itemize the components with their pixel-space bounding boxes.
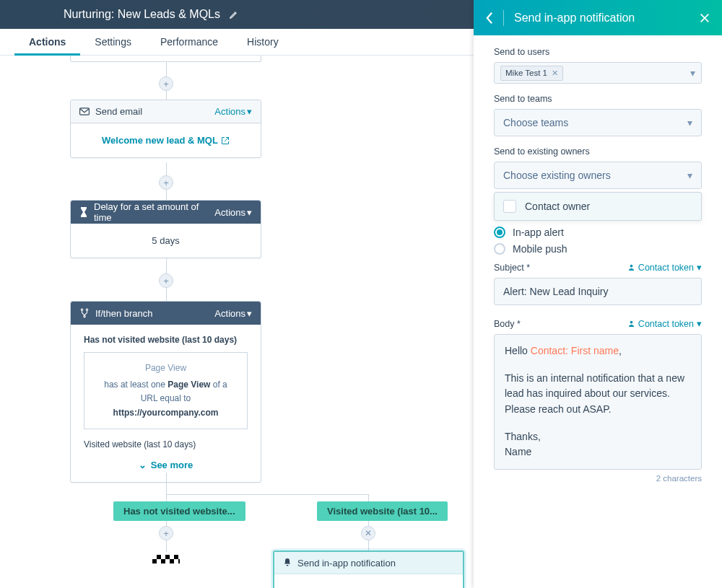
back-icon[interactable] xyxy=(485,12,493,25)
svg-point-1 xyxy=(81,309,82,310)
label-subject: Subject * xyxy=(494,263,530,273)
chevron-down-icon: ⌄ xyxy=(139,460,147,470)
svg-point-2 xyxy=(86,309,87,310)
node-actions-menu[interactable]: Actions ▾ xyxy=(214,308,252,319)
node-title: Send in-app notification xyxy=(297,558,396,569)
branch-icon xyxy=(79,308,90,318)
users-select[interactable]: Mike Test 1 ✕ ▾ xyxy=(494,62,702,84)
node-actions-menu[interactable]: Actions ▾ xyxy=(214,207,252,218)
branch-pill-yes[interactable]: Visited website (last 10... xyxy=(317,501,448,521)
radio-inapp[interactable]: In-app alert xyxy=(494,227,702,238)
svg-point-5 xyxy=(630,321,633,324)
subject-input[interactable] xyxy=(494,278,702,305)
mail-icon xyxy=(79,107,90,115)
label-owners: Send to existing owners xyxy=(494,146,702,157)
tab-performance[interactable]: Performance xyxy=(146,29,232,55)
pencil-icon[interactable] xyxy=(229,9,239,19)
rule-text: has at least one Page View of a URL equa… xyxy=(95,378,237,420)
caret-down-icon: ▾ xyxy=(247,106,252,117)
owners-placeholder: Choose existing owners xyxy=(503,170,611,181)
add-step-button[interactable]: + xyxy=(159,526,173,540)
add-step-button[interactable]: + xyxy=(159,175,173,190)
hourglass-icon xyxy=(79,207,88,217)
token-first-name: Contact: First name xyxy=(531,345,619,356)
contact-token-link-2[interactable]: Contact token ▾ xyxy=(627,318,702,329)
see-more-button[interactable]: ⌄ See more xyxy=(84,460,248,470)
node-delay[interactable]: Delay for a set amount of time Actions ▾… xyxy=(70,200,261,258)
tab-history[interactable]: History xyxy=(232,29,293,55)
branch-pill-no[interactable]: Has not visited website... xyxy=(113,501,245,521)
label-teams: Send to teams xyxy=(494,94,702,104)
radio-label: In-app alert xyxy=(513,227,564,238)
node-title: If/then branch xyxy=(95,308,153,319)
body-textarea[interactable]: Hello Contact: First name, This is an in… xyxy=(494,334,702,470)
node-send-email[interactable]: Send email Actions ▾ Welcome new lead & … xyxy=(70,100,261,158)
node-send-notification-selected[interactable]: Send in-app notification xyxy=(273,550,464,588)
panel-header: Send in-app notification xyxy=(474,0,722,35)
caret-down-icon: ▾ xyxy=(247,207,252,218)
node-actions-menu[interactable]: Actions ▾ xyxy=(214,106,252,117)
node-header: If/then branch Actions ▾ xyxy=(71,302,261,325)
tab-actions[interactable]: Actions xyxy=(14,29,80,55)
workflow-canvas[interactable]: + Send email Actions ▾ Welcome new lead … xyxy=(0,56,474,588)
rule-title: Page View xyxy=(95,361,237,375)
external-link-icon xyxy=(221,136,230,145)
person-icon xyxy=(627,263,635,271)
label-users: Send to users xyxy=(494,47,702,57)
contact-token-link[interactable]: Contact token ▾ xyxy=(627,262,702,273)
caret-down-icon: ▾ xyxy=(247,308,252,319)
side-panel: Send in-app notification Send to users M… xyxy=(474,0,722,588)
node-header: Delay for a set amount of time Actions ▾ xyxy=(71,201,261,224)
panel-title: Send in-app notification xyxy=(514,12,689,25)
svg-point-3 xyxy=(84,316,85,317)
caret-down-icon: ▾ xyxy=(690,67,695,79)
caret-down-icon: ▾ xyxy=(687,170,692,181)
add-step-button[interactable]: + xyxy=(159,76,173,91)
option-label: Contact owner xyxy=(525,201,590,212)
branch-body: Has not visited website (last 10 days) P… xyxy=(71,325,261,482)
connector xyxy=(166,473,167,494)
owners-select[interactable]: Choose existing owners ▾ xyxy=(494,162,702,189)
caret-down-icon: ▾ xyxy=(687,117,692,128)
radio-icon xyxy=(494,243,505,255)
remove-tag-icon[interactable]: ✕ xyxy=(552,69,558,78)
svg-rect-0 xyxy=(80,108,90,115)
node-title: Delay for a set amount of time xyxy=(94,201,214,223)
checkbox[interactable] xyxy=(503,200,516,213)
connector xyxy=(166,494,368,495)
remove-step-button[interactable]: ✕ xyxy=(361,526,375,540)
teams-placeholder: Choose teams xyxy=(503,117,568,128)
bell-icon xyxy=(283,558,292,568)
teams-select[interactable]: Choose teams ▾ xyxy=(494,109,702,136)
workflow-title: Nurturing: New Leads & MQLs xyxy=(64,8,220,21)
caret-down-icon: ▾ xyxy=(697,318,702,329)
close-icon[interactable] xyxy=(699,12,710,24)
branch-rule: Page View has at least one Page View of … xyxy=(84,352,248,429)
add-step-button[interactable]: + xyxy=(159,273,173,288)
label-body: Body * xyxy=(494,319,521,329)
caret-down-icon: ▾ xyxy=(697,262,702,273)
radio-label: Mobile push xyxy=(513,243,567,255)
person-icon xyxy=(627,320,635,328)
user-tag: Mike Test 1 ✕ xyxy=(500,66,563,81)
email-link[interactable]: Welcome new lead & MQL xyxy=(102,135,230,146)
radio-push[interactable]: Mobile push xyxy=(494,243,702,255)
delay-value: 5 days xyxy=(71,224,261,258)
character-count: 2 characters xyxy=(494,474,702,483)
tab-settings[interactable]: Settings xyxy=(80,29,146,55)
branch-condition-heading: Has not visited website (last 10 days) xyxy=(84,335,248,345)
node-title: Send email xyxy=(95,106,142,117)
owners-dropdown-option[interactable]: Contact owner xyxy=(494,192,702,221)
radio-icon xyxy=(494,227,505,238)
svg-point-4 xyxy=(630,265,633,268)
node-fragment xyxy=(70,56,261,62)
node-branch[interactable]: If/then branch Actions ▾ Has not visited… xyxy=(70,301,261,483)
node-header: Send email Actions ▾ xyxy=(71,100,261,123)
loading-indicator xyxy=(152,555,180,563)
branch-condition-heading-2: Visited website (last 10 days) xyxy=(84,439,248,449)
